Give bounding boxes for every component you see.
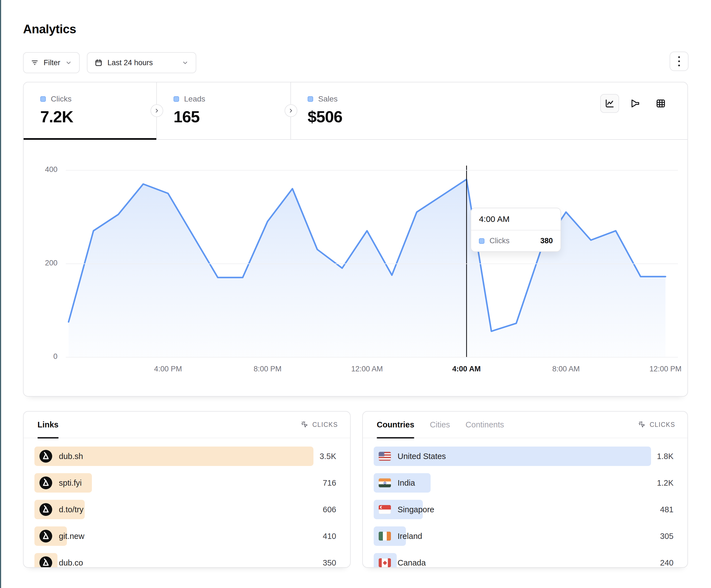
dub-logo-icon [39,476,52,489]
filter-icon [31,59,39,67]
left-edge-accent [0,0,1,588]
links-panel: Links CLICKS dub.sh3.5Kspti.fyi716d.to/t… [23,411,351,568]
legend-square-icon [173,96,179,102]
analytics-page: { "page": { "title": "Analytics" }, "too… [0,0,711,588]
metric-label: CLICKS [650,421,675,429]
x-axis-tick: 12:00 AM [339,365,395,373]
x-axis-tick: 4:00 AM [439,365,494,373]
link-row[interactable]: d.to/try606 [35,500,336,519]
area-fill [69,179,666,357]
countries-panel: CountriesCitiesContinents CLICKS United … [362,411,688,568]
tooltip-series-label: Clicks [490,236,535,245]
stat-label: Sales [318,95,338,104]
line-chart-view-button[interactable] [600,94,619,113]
view-switch [600,94,670,113]
countries-tab-cities[interactable]: Cities [430,411,450,438]
chart-tooltip: 4:00 AM Clicks 380 [471,208,561,252]
x-axis-tick: 8:00 AM [538,365,594,373]
stat-value: 7.2K [40,107,156,126]
chevron-right-icon [288,108,294,114]
legend-square-icon [308,96,313,102]
row-clicks-value: 410 [323,526,336,546]
row-label: Ireland [397,532,422,541]
link-row[interactable]: dub.sh3.5K [35,447,336,466]
country-row[interactable]: Singapore481 [374,500,673,519]
y-axis-tick: 200 [24,259,58,267]
filter-label: Filter [44,59,60,67]
tooltip-time: 4:00 AM [471,208,561,230]
row-label: India [397,478,415,488]
row-clicks-value: 1.2K [657,473,673,493]
row-clicks-value: 240 [660,553,673,568]
row-clicks-value: 716 [323,473,336,493]
x-axis-tick: 12:00 PM [638,365,693,373]
toolbar: Filter Last 24 hours [23,52,196,73]
y-axis-tick: 0 [24,352,58,361]
clicks-chart: 4:00 AM Clicks 380 02004004:00 PM8:00 PM… [24,139,687,397]
series-swatch [479,238,484,244]
funnel-chart-view-button[interactable] [626,94,645,113]
date-range-label: Last 24 hours [107,59,153,67]
gridline [66,170,678,171]
chevron-right-icon [154,108,160,114]
country-row[interactable]: United States1.8K [374,447,673,466]
area-chart-plot[interactable] [69,165,666,357]
page-title: Analytics [23,22,76,36]
more-options-button[interactable] [670,51,689,71]
clicks-metric-toggle[interactable]: CLICKS [301,421,338,429]
chevron-down-icon [182,59,189,66]
countries-tab-continents[interactable]: Continents [466,411,504,438]
row-label: dub.sh [59,452,83,461]
expand-stat-button[interactable] [284,104,297,117]
stat-label: Clicks [51,95,72,104]
dub-logo-icon [39,450,52,462]
row-clicks-value: 481 [660,500,673,519]
flag-ie-icon [379,532,391,541]
legend-square-icon [40,96,46,102]
country-row[interactable]: Ireland305 [374,526,673,546]
row-label: git.new [59,532,84,541]
row-clicks-value: 305 [660,526,673,546]
dub-logo-icon [39,503,52,516]
row-label: dub.co [59,558,83,567]
row-label: Singapore [397,505,434,514]
flag-ca-icon [379,558,391,567]
stat-tab-clicks[interactable]: Clicks7.2K [24,82,157,139]
dub-logo-icon [39,530,52,543]
link-row[interactable]: dub.co350 [35,553,336,568]
calendar-icon [95,59,103,67]
row-label: spti.fyi [59,478,82,488]
flag-in-icon [379,478,391,487]
row-label: d.to/try [59,505,84,514]
date-range-button[interactable]: Last 24 hours [87,52,196,73]
link-row[interactable]: git.new410 [35,526,336,546]
x-axis-tick: 8:00 PM [240,365,295,373]
flag-us-icon [379,452,391,461]
countries-rows: United States1.8KIndia1.2KSingapore481Ir… [363,438,687,568]
kebab-menu-icon [678,56,680,58]
expand-stat-button[interactable] [150,104,163,117]
gridline [66,357,678,358]
countries-tab-countries[interactable]: Countries [377,411,414,438]
stat-tabs: Clicks7.2KLeads165Sales$506 [24,82,687,140]
y-axis-tick: 400 [24,165,58,174]
cursor-click-icon [638,421,646,429]
clicks-metric-toggle[interactable]: CLICKS [638,421,675,429]
country-row[interactable]: India1.2K [374,473,673,493]
links-tab-links[interactable]: Links [38,411,59,438]
row-clicks-value: 3.5K [320,447,336,466]
row-clicks-value: 1.8K [657,447,673,466]
stat-value: 165 [173,107,290,126]
stat-tab-leads[interactable]: Leads165 [157,82,291,139]
cursor-click-icon [301,421,309,429]
country-row[interactable]: Canada240 [374,553,673,568]
funnel-chart-icon [630,98,641,109]
filter-button[interactable]: Filter [23,52,80,73]
table-view-button[interactable] [651,94,670,113]
dub-logo-icon [39,557,52,568]
gridline [66,264,678,264]
analytics-card: Clicks7.2KLeads165Sales$506 4:00 AM Clic… [23,82,688,397]
row-clicks-value: 606 [323,500,336,519]
link-row[interactable]: spti.fyi716 [35,473,336,493]
row-label: United States [397,452,446,461]
